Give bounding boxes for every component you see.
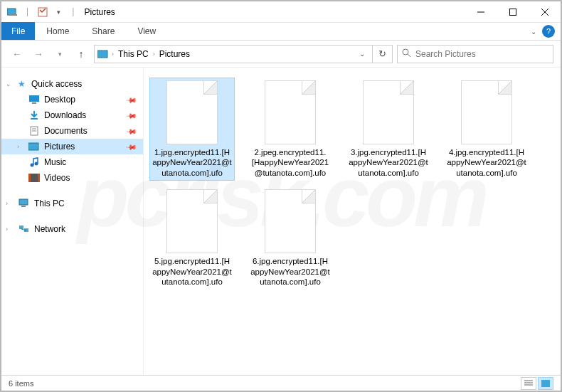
status-count: 6 items [9, 379, 33, 388]
file-thumbnail-icon [461, 80, 512, 144]
chevron-right-icon: › [6, 200, 8, 207]
desktop-icon [28, 94, 40, 105]
sidebar-item-pictures[interactable]: ›Pictures📌 [1, 139, 143, 154]
sidebar-item-label: Videos [44, 173, 70, 183]
search-icon [402, 48, 411, 60]
svg-rect-0 [7, 9, 16, 15]
breadcrumb-pictures[interactable]: Pictures [158, 49, 191, 59]
svg-rect-11 [32, 102, 36, 104]
refresh-button[interactable]: ↻ [373, 45, 393, 63]
sidebar-this-pc[interactable]: › This PC [1, 196, 143, 211]
sidebar-item-label: Documents [44, 126, 88, 136]
video-icon [28, 172, 40, 184]
pin-icon: 📌 [126, 141, 137, 152]
svg-rect-4 [509, 9, 516, 15]
back-button[interactable]: ← [9, 46, 26, 63]
window-title: Pictures [85, 7, 115, 17]
download-icon [28, 110, 40, 121]
sidebar-label: Quick access [31, 79, 82, 89]
qat-properties-icon[interactable] [37, 6, 48, 18]
computer-icon [18, 198, 30, 209]
sidebar-item-videos[interactable]: Videos [1, 170, 143, 186]
tab-file[interactable]: File [1, 22, 35, 40]
pic-icon [28, 141, 40, 152]
network-icon [18, 223, 30, 235]
sidebar-item-label: Downloads [44, 110, 86, 120]
view-thumbnails-button[interactable] [538, 377, 553, 390]
address-dropdown-icon[interactable]: ⌄ [355, 50, 369, 58]
app-icon [7, 6, 18, 18]
doc-icon [28, 125, 40, 137]
file-thumbnail-icon [363, 80, 414, 144]
forward-button[interactable]: → [30, 46, 47, 63]
titlebar: │ ▾ │ Pictures [1, 1, 561, 23]
svg-rect-1 [9, 14, 17, 16]
file-name: 1.jpg.encrypted11.[HappyNewYear2021@tuta… [152, 147, 232, 178]
file-name: 2.jpeg.encrypted11.[HappyNewYear2021@tut… [250, 147, 330, 178]
file-item[interactable]: 2.jpeg.encrypted11.[HappyNewYear2021@tut… [248, 78, 333, 181]
pin-icon: 📌 [126, 110, 137, 121]
svg-rect-16 [28, 143, 38, 150]
file-thumbnail-icon [265, 80, 316, 144]
recent-dropdown-icon[interactable]: ▾ [51, 46, 68, 63]
svg-rect-23 [21, 206, 26, 207]
file-item[interactable]: 4.jpg.encrypted11.[HappyNewYear2021@tuta… [444, 78, 529, 181]
svg-point-8 [403, 49, 408, 55]
qat-separator: │ [26, 8, 30, 16]
minimize-button[interactable] [465, 1, 497, 22]
sidebar-item-label: Desktop [44, 95, 75, 105]
file-thumbnail-icon [265, 189, 316, 253]
view-details-button[interactable] [521, 377, 536, 390]
sidebar: ⌄ ★ Quick access Desktop📌Downloads📌Docum… [1, 68, 144, 376]
sidebar-item-label: Music [44, 157, 66, 167]
tab-view[interactable]: View [126, 22, 167, 40]
svg-rect-20 [28, 174, 31, 182]
sidebar-item-desktop[interactable]: Desktop📌 [1, 92, 143, 107]
file-item[interactable]: 5.jpg.encrypted11.[HappyNewYear2021@tuta… [149, 186, 235, 290]
svg-rect-10 [29, 95, 39, 102]
pin-icon: 📌 [126, 94, 137, 105]
sidebar-label: This PC [34, 198, 65, 208]
location-pictures-icon [97, 48, 109, 60]
breadcrumb-this-pc[interactable]: This PC [117, 49, 150, 59]
sidebar-item-label: Pictures [44, 142, 75, 152]
file-name: 3.jpg.encrypted11.[HappyNewYear2021@tuta… [349, 147, 428, 178]
file-view[interactable]: 1.jpg.encrypted11.[HappyNewYear2021@tuta… [144, 68, 561, 376]
svg-line-9 [408, 54, 410, 57]
file-thumbnail-icon [166, 80, 218, 144]
tab-home[interactable]: Home [35, 22, 80, 40]
qat-dropdown-icon[interactable]: ▾ [53, 6, 64, 18]
ribbon-tabs: File Home Share View ⌄ ? [1, 23, 561, 41]
svg-rect-7 [97, 51, 107, 58]
ribbon-expand-icon[interactable]: ⌄ [525, 28, 542, 36]
address-bar[interactable]: › This PC › Pictures ⌄ [94, 45, 373, 63]
maximize-button[interactable] [497, 1, 529, 22]
search-placeholder: Search Pictures [415, 49, 476, 59]
pin-icon: 📌 [126, 125, 137, 137]
close-button[interactable] [529, 1, 561, 22]
sidebar-item-documents[interactable]: Documents📌 [1, 123, 143, 139]
tab-share[interactable]: Share [80, 22, 126, 40]
qat-separator: │ [71, 8, 75, 16]
svg-point-18 [35, 162, 38, 166]
breadcrumb-chevron-icon[interactable]: › [153, 51, 155, 58]
sidebar-label: Network [34, 224, 65, 234]
up-button[interactable]: ↑ [73, 46, 90, 63]
chevron-right-icon: › [6, 226, 8, 233]
file-item[interactable]: 6.jpg.encrypted11.[HappyNewYear2021@tuta… [248, 186, 333, 290]
sidebar-quick-access[interactable]: ⌄ ★ Quick access [1, 76, 143, 92]
search-input[interactable]: Search Pictures [397, 45, 553, 63]
sidebar-item-music[interactable]: Music [1, 154, 143, 170]
breadcrumb-chevron-icon[interactable]: › [112, 51, 114, 58]
sidebar-network[interactable]: › Network [1, 221, 143, 237]
file-thumbnail-icon [166, 189, 218, 253]
statusbar: 6 items [1, 375, 561, 391]
help-icon[interactable]: ? [542, 25, 555, 38]
file-item[interactable]: 1.jpg.encrypted11.[HappyNewYear2021@tuta… [149, 78, 235, 181]
navbar: ← → ▾ ↑ › This PC › Pictures ⌄ ↻ Search … [1, 41, 561, 68]
file-item[interactable]: 3.jpg.encrypted11.[HappyNewYear2021@tuta… [346, 78, 431, 181]
music-icon [28, 157, 40, 168]
file-name: 6.jpg.encrypted11.[HappyNewYear2021@tuta… [250, 256, 330, 287]
sidebar-item-downloads[interactable]: Downloads📌 [1, 107, 143, 123]
chevron-down-icon: ⌄ [6, 80, 11, 88]
